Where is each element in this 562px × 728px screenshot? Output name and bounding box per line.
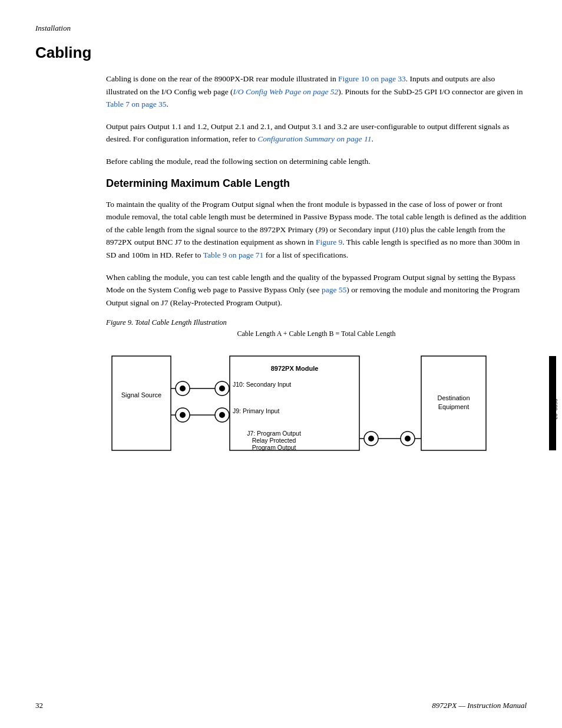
footer-page-number: 32 <box>35 701 43 710</box>
svg-text:Equipment: Equipment <box>438 403 470 410</box>
breadcrumb: Installation <box>35 24 527 33</box>
sub-paragraph-2: When cabling the module, you can test ca… <box>106 271 527 309</box>
sub-paragraph-1: To maintain the quality of the Program O… <box>106 198 527 262</box>
svg-text:J7: Program Output: J7: Program Output <box>247 430 301 437</box>
link-figure10[interactable]: Figure 10 on page 33 <box>338 74 406 83</box>
link-page55[interactable]: page 55 <box>322 285 346 294</box>
figure-diagram: Signal Source <box>106 344 527 476</box>
paragraph-1: Cabling is done on the rear of the 8900P… <box>106 73 527 111</box>
link-config-summary[interactable]: Configuration Summary on page 11 <box>257 134 371 143</box>
paragraph-2: Output pairs Output 1.1 and 1.2, Output … <box>106 120 527 146</box>
link-io-config[interactable]: I/O Config Web Page on page 52 <box>233 87 339 96</box>
link-table7[interactable]: Table 7 on page 35 <box>106 100 167 108</box>
svg-text:Signal Source: Signal Source <box>121 391 162 398</box>
diagram-svg: Signal Source <box>106 344 562 474</box>
svg-rect-0 <box>112 356 171 450</box>
svg-text:Program Output: Program Output <box>252 444 296 451</box>
footer: 32 8972PX — Instruction Manual <box>0 701 562 710</box>
svg-point-13 <box>219 412 225 418</box>
svg-text:J9: Primary Input: J9: Primary Input <box>233 407 279 414</box>
svg-point-26 <box>405 436 411 442</box>
footer-manual-title: 8972PX — Instruction Manual <box>432 701 527 710</box>
svg-point-22 <box>368 436 374 442</box>
svg-text:8972PX Module: 8972PX Module <box>271 365 319 372</box>
svg-point-9 <box>180 412 186 418</box>
svg-rect-32 <box>549 356 556 450</box>
link-figure9[interactable]: Figure 9 <box>316 238 342 246</box>
svg-text:Destination: Destination <box>437 394 470 401</box>
subsection-title: Determining Maximum Cable Length <box>106 177 527 190</box>
figure-sublabel: Cable Length A + Cable Length B = Total … <box>106 330 527 338</box>
section-title: Cabling <box>35 44 527 62</box>
svg-point-7 <box>219 386 225 391</box>
paragraph-3: Before cabling the module, read the foll… <box>106 155 527 168</box>
svg-text:J10: Secondary Input: J10: Secondary Input <box>233 381 291 388</box>
svg-point-3 <box>180 386 186 391</box>
figure-label: Figure 9. Total Cable Length Illustratio… <box>106 318 527 327</box>
svg-text:Relay Protected: Relay Protected <box>252 437 296 444</box>
link-table9[interactable]: Table 9 on page 71 <box>203 251 264 259</box>
